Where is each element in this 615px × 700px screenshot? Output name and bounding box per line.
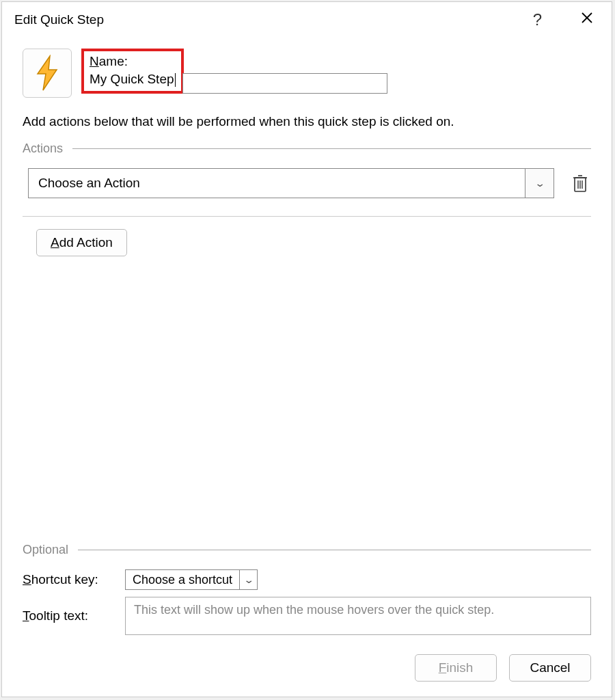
shortcut-dropdown[interactable]: Choose a shortcut ⌄: [125, 569, 258, 590]
optional-section-header: Optional: [23, 543, 591, 557]
help-button[interactable]: ?: [528, 10, 547, 29]
close-icon: [580, 11, 594, 25]
action-row: Choose an Action ⌄: [23, 168, 591, 198]
dialog-title: Edit Quick Step: [14, 12, 528, 27]
name-label: Name:: [90, 54, 176, 69]
titlebar: Edit Quick Step ?: [2, 2, 612, 35]
finish-button[interactable]: Finish: [415, 654, 497, 682]
instruction-text: Add actions below that will be performed…: [23, 114, 591, 129]
lightning-icon: [32, 55, 62, 92]
divider-line: [72, 148, 591, 149]
choose-action-text: Choose an Action: [29, 176, 525, 191]
dialog-content: Name: My Quick Step Add actions below th…: [2, 35, 612, 642]
close-button[interactable]: [575, 11, 599, 29]
actions-section-header: Actions: [23, 142, 591, 156]
shortcut-row: Shortcut key: Choose a shortcut ⌄: [23, 569, 591, 590]
name-input-field-extension[interactable]: [182, 73, 387, 94]
choose-action-dropdown[interactable]: Choose an Action ⌄: [28, 168, 554, 198]
shortcut-key-label: Shortcut key:: [23, 572, 125, 587]
divider-line: [78, 550, 591, 550]
edit-quick-step-dialog: Edit Quick Step ? Name: My Quick Step: [1, 1, 612, 697]
add-action-button[interactable]: Add Action: [36, 229, 127, 256]
cancel-button[interactable]: Cancel: [509, 654, 591, 682]
button-bar: Finish Cancel: [2, 642, 612, 697]
shortcut-dropdown-button[interactable]: ⌄: [239, 570, 257, 589]
shortcut-value: Choose a shortcut: [126, 573, 239, 587]
actions-label: Actions: [23, 142, 63, 156]
tooltip-text-input[interactable]: This text will show up when the mouse ho…: [125, 597, 591, 635]
choose-action-dropdown-button[interactable]: ⌄: [525, 169, 554, 198]
name-row: Name: My Quick Step: [81, 49, 387, 94]
header-row: Name: My Quick Step: [23, 49, 591, 98]
optional-label: Optional: [23, 543, 68, 557]
quick-step-icon-button[interactable]: [23, 49, 72, 98]
add-action-row: Add Action: [23, 229, 591, 256]
trash-icon: [572, 174, 588, 193]
delete-action-button[interactable]: [569, 172, 591, 194]
tooltip-row: Tooltip text: This text will show up whe…: [23, 597, 591, 635]
spacer: [23, 256, 591, 536]
chevron-down-icon: ⌄: [243, 574, 254, 585]
actions-divider: [23, 216, 591, 217]
name-highlight: Name: My Quick Step: [81, 49, 184, 94]
tooltip-text-label: Tooltip text:: [23, 608, 125, 623]
name-input[interactable]: My Quick Step: [90, 70, 176, 88]
tooltip-placeholder-text: This text will show up when the mouse ho…: [134, 603, 494, 617]
optional-section: Optional Shortcut key: Choose a shortcut…: [23, 543, 591, 642]
chevron-down-icon: ⌄: [534, 178, 545, 189]
